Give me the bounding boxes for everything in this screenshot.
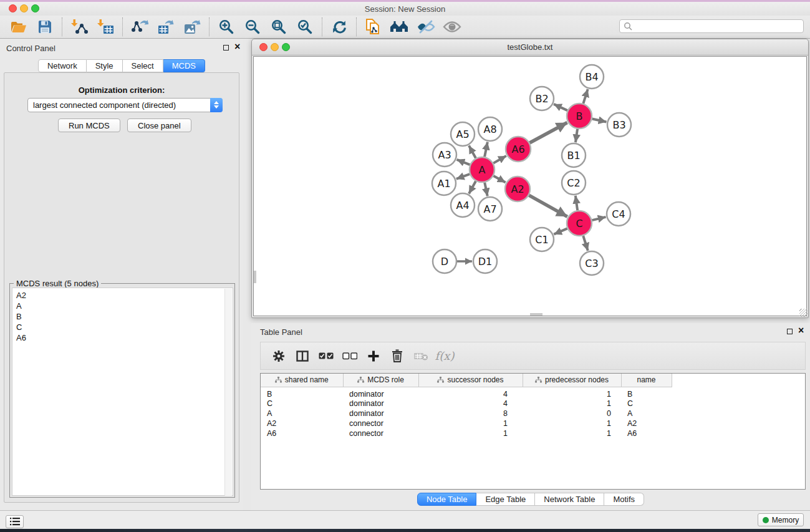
edge-A-A6[interactable] [493, 156, 506, 163]
pane-collapse-handle[interactable] [530, 313, 542, 316]
edge-A-A8[interactable] [485, 142, 488, 157]
result-item-a6[interactable]: A6 [16, 332, 233, 343]
edge-A-A1[interactable] [456, 174, 470, 179]
node-B4[interactable]: B4 [580, 65, 604, 89]
result-item-c[interactable]: C [16, 322, 233, 332]
edge-A6-B[interactable] [529, 122, 567, 143]
node-A3[interactable]: A3 [433, 143, 456, 167]
node-D[interactable]: D [433, 249, 456, 273]
zoom-selected-icon[interactable] [294, 17, 316, 36]
column-header-mcds-role[interactable]: MCDS role [343, 374, 418, 387]
edge-A-A7[interactable] [485, 183, 488, 196]
resize-grip-icon[interactable] [799, 309, 808, 317]
column-header-shared-name[interactable]: shared name [261, 374, 343, 387]
clone-network-icon[interactable] [363, 17, 384, 36]
node-B2[interactable]: B2 [530, 87, 554, 110]
edge-A2-C[interactable] [529, 195, 567, 216]
close-panel-button[interactable]: Close panel [127, 118, 191, 132]
zoom-in-icon[interactable] [216, 17, 237, 36]
column-header-predecessor-nodes[interactable]: predecessor nodes [523, 374, 621, 387]
close-table-panel-icon[interactable]: × [798, 327, 804, 334]
tab-edge-table[interactable]: Edge Table [476, 493, 535, 506]
export-table-icon[interactable] [155, 17, 176, 36]
edge-A-A2[interactable] [493, 176, 505, 182]
node-A7[interactable]: A7 [478, 197, 502, 221]
node-A4[interactable]: A4 [451, 193, 475, 217]
select-all-icon[interactable] [314, 346, 338, 367]
edge-C-C3[interactable] [583, 236, 587, 251]
result-item-b[interactable]: B [16, 311, 233, 322]
tab-network[interactable]: Network [38, 59, 87, 72]
node-C[interactable]: C [567, 211, 592, 236]
edge-A-A5[interactable] [469, 145, 476, 158]
node-B1[interactable]: B1 [562, 143, 586, 167]
column-header-name[interactable]: name [621, 374, 672, 387]
float-panel-icon[interactable] [223, 45, 229, 51]
node-D1[interactable]: D1 [473, 249, 497, 273]
node-table-container[interactable]: shared nameMCDS rolesuccessor nodesprede… [260, 373, 806, 490]
network-window-titlebar[interactable]: testGlobe.txt [252, 39, 808, 56]
tab-style[interactable]: Style [87, 59, 123, 72]
node-A8[interactable]: A8 [478, 117, 502, 141]
function-builder-icon[interactable]: f(x) [433, 346, 456, 367]
node-C3[interactable]: C3 [580, 251, 604, 275]
zoom-fit-icon[interactable] [268, 17, 289, 36]
edge-A-A3[interactable] [456, 160, 470, 165]
float-table-panel-icon[interactable] [787, 329, 793, 334]
edge-B-B3[interactable] [592, 118, 607, 122]
import-table-icon[interactable] [95, 17, 116, 36]
deselect-all-icon[interactable] [338, 346, 362, 367]
task-history-button[interactable] [6, 515, 24, 528]
edge-B-B2[interactable] [554, 104, 567, 110]
network-graph[interactable]: B4B2BB3A5A8A6B1A3AC2A1A2A4A7C4CC1C3DD1 [254, 57, 806, 316]
node-C1[interactable]: C1 [530, 228, 554, 251]
search-field[interactable] [619, 19, 804, 33]
import-network-icon[interactable] [69, 17, 90, 36]
save-session-icon[interactable] [34, 17, 55, 36]
node-A1[interactable]: A1 [432, 172, 456, 195]
node-A5[interactable]: A5 [451, 122, 475, 146]
table-row-A6[interactable]: A6connector11A6 [261, 428, 806, 438]
edge-C-C1[interactable] [554, 228, 567, 234]
table-row-C[interactable]: Cdominator41C [261, 399, 806, 409]
run-mcds-button[interactable]: Run MCDS [58, 118, 120, 132]
edge-B-B1[interactable] [576, 129, 577, 142]
tab-select[interactable]: Select [123, 59, 163, 72]
tab-node-table[interactable]: Node Table [417, 493, 477, 506]
apply-layout-icon[interactable] [329, 17, 350, 36]
export-image-icon[interactable] [181, 17, 203, 36]
show-all-icon[interactable] [441, 17, 463, 36]
zoom-out-icon[interactable] [242, 17, 263, 36]
table-row-A2[interactable]: A2connector11A2 [261, 418, 806, 428]
node-A2[interactable]: A2 [505, 177, 530, 201]
result-scrollbar[interactable] [224, 289, 232, 496]
close-panel-icon[interactable]: × [234, 44, 240, 50]
tab-network-table[interactable]: Network Table [535, 493, 604, 506]
edge-C-C2[interactable] [576, 196, 577, 210]
tab-mcds[interactable]: MCDS [163, 59, 205, 72]
tab-motifs[interactable]: Motifs [604, 493, 644, 506]
column-visibility-icon[interactable] [291, 346, 314, 367]
node-B[interactable]: B [567, 104, 592, 128]
criterion-select[interactable]: largest connected component (directed) [27, 98, 223, 112]
delete-table-icon[interactable] [409, 346, 433, 367]
export-network-icon[interactable] [129, 17, 150, 36]
hide-selected-icon[interactable] [415, 17, 436, 36]
network-canvas[interactable]: B4B2BB3A5A8A6B1A3AC2A1A2A4A7C4CC1C3DD1 [253, 56, 807, 316]
delete-column-icon[interactable] [385, 346, 409, 367]
node-A6[interactable]: A6 [506, 137, 531, 162]
add-column-icon[interactable] [362, 346, 385, 367]
first-neighbors-icon[interactable] [389, 17, 410, 36]
result-item-a2[interactable]: A2 [16, 290, 233, 301]
edge-B-B4[interactable] [583, 89, 587, 104]
node-A[interactable]: A [470, 157, 494, 182]
search-input[interactable] [635, 22, 791, 31]
table-row-A[interactable]: Adominator80A [261, 409, 806, 418]
open-file-icon[interactable] [8, 17, 29, 36]
edge-C-C4[interactable] [592, 217, 605, 220]
table-row-B[interactable]: Bdominator41B [261, 387, 806, 399]
table-settings-icon[interactable] [267, 346, 291, 367]
memory-button[interactable]: Memory [758, 513, 804, 526]
column-header-successor-nodes[interactable]: successor nodes [418, 374, 523, 387]
pane-collapse-handle[interactable] [254, 271, 256, 283]
